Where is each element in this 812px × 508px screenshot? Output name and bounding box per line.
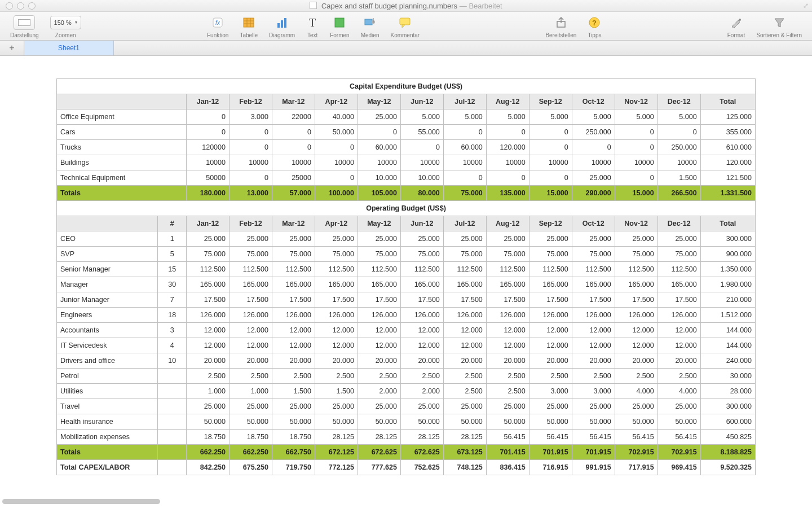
window-title: Capex and staff budget planning.numbers … [0, 2, 812, 10]
svg-rect-14 [373, 18, 374, 23]
svg-rect-12 [365, 19, 372, 25]
table-row: CEO125.00025.00025.00025.00025.00025.000… [57, 231, 756, 247]
toolbar-sortfilter[interactable]: Sortieren & Filtern [756, 14, 802, 38]
comment-icon [399, 16, 411, 29]
filter-icon [773, 16, 785, 29]
svg-point-21 [739, 19, 741, 21]
budget-table[interactable]: Capital Expenditure Budget (US$)Jan-12Fe… [56, 78, 756, 475]
titlebar: Capex and staff budget planning.numbers … [0, 0, 812, 12]
table-row: Office Equipment03.0002200040.00025.0005… [57, 110, 756, 125]
table-row: Utilities1.0001.0001.5001.5002.0002.0002… [57, 384, 756, 399]
table-row: Trucks12000000060.000060.000120.00000025… [57, 140, 756, 155]
svg-rect-11 [335, 18, 344, 27]
document-icon [310, 2, 317, 9]
app-window: Capex and staff budget planning.numbers … [0, 0, 812, 508]
table-row: Accountants312.00012.00012.00012.00012.0… [57, 323, 756, 338]
table-row: Travel25.00025.00025.00025.00025.00025.0… [57, 399, 756, 414]
table-row: Drivers and office1020.00020.00020.00020… [57, 353, 756, 369]
capex-title[interactable]: Capital Expenditure Budget (US$) [57, 79, 756, 94]
table-row: Mobilization expenses18.75018.75018.7502… [57, 430, 756, 445]
svg-marker-22 [775, 19, 784, 27]
table-row: Technical Equipment50000025000010.00010.… [57, 170, 756, 186]
svg-text:T: T [309, 16, 316, 29]
toolbar-shapes[interactable]: Formen [330, 14, 349, 38]
capex-totals-row: Totals180.00013.00057.000100.000105.0008… [57, 186, 756, 201]
toolbar-share[interactable]: Bereitstellen [545, 14, 576, 38]
tab-sheet1[interactable]: Sheet1 [24, 41, 114, 55]
toolbar-media[interactable]: Medien [361, 14, 379, 38]
document-filename: Capex and staff budget planning.numbers [321, 2, 457, 10]
toolbar-comment[interactable]: Kommentar [390, 14, 420, 38]
table-row: Buildings1000010000100001000010000100001… [57, 155, 756, 170]
opex-totals-row: Totals662.250662.250662.750672.125672.62… [57, 445, 756, 460]
table-row: Senior Manager15112.500112.500112.500112… [57, 262, 756, 277]
zoom-select[interactable]: 150 %▾ [50, 16, 81, 29]
table-icon [242, 16, 255, 29]
toolbar-function[interactable]: fx Funktion [207, 14, 228, 38]
toolbar-format[interactable]: Format [727, 14, 745, 38]
document-status: Bearbeitet [469, 2, 502, 10]
media-icon [364, 16, 376, 29]
svg-rect-15 [400, 18, 410, 25]
grand-total-row: Total CAPEX/LABOR842.250675.250719.75077… [57, 460, 756, 475]
toolbar-chart[interactable]: Diagramm [269, 14, 295, 38]
table-row: Cars00050.000055.000000250.00000355.000 [57, 125, 756, 140]
toolbar-view[interactable]: Darstellung [10, 14, 39, 38]
svg-rect-8 [281, 20, 283, 28]
expand-icon[interactable]: ⤢ [803, 2, 809, 10]
svg-text:?: ? [592, 19, 597, 27]
svg-rect-9 [284, 18, 286, 28]
format-icon [730, 16, 743, 29]
svg-marker-16 [402, 25, 405, 28]
share-icon [555, 16, 567, 29]
table-row: Health insurance50.00050.00050.00050.000… [57, 414, 756, 430]
toolbar-tips[interactable]: ? Tipps [588, 14, 601, 38]
table-row: Junior Manager717.50017.50017.50017.5001… [57, 292, 756, 308]
table-row: Engineers18126.000126.000126.000126.0001… [57, 308, 756, 323]
chart-icon [276, 16, 288, 29]
canvas[interactable]: Capital Expenditure Budget (US$)Jan-12Fe… [0, 56, 812, 508]
svg-rect-2 [244, 18, 254, 27]
horizontal-scrollbar[interactable] [2, 499, 810, 507]
view-icon [14, 15, 35, 30]
svg-rect-7 [277, 23, 280, 28]
sheet-tab-bar: + Sheet1 [0, 41, 812, 56]
function-icon: fx [211, 16, 224, 29]
tips-icon: ? [588, 16, 601, 29]
toolbar: Darstellung 150 %▾ Zoomen fx Funktion Ta… [0, 12, 812, 41]
add-sheet-button[interactable]: + [0, 41, 24, 55]
table-row: Petrol2.5002.5002.5002.5002.5002.5002.50… [57, 369, 756, 384]
table-row: Manager30165.000165.000165.000165.000165… [57, 277, 756, 292]
toolbar-text[interactable]: T Text [306, 14, 319, 38]
text-icon: T [306, 16, 319, 29]
opex-title[interactable]: Operating Budget (US$) [57, 201, 756, 216]
shapes-icon [333, 16, 346, 29]
toolbar-zoom[interactable]: 150 %▾ Zoomen [50, 14, 81, 38]
svg-text:fx: fx [215, 20, 220, 26]
toolbar-table[interactable]: Tabelle [240, 14, 258, 38]
table-row: SVP575.00075.00075.00075.00075.00075.000… [57, 247, 756, 262]
table-row: IT Servicedesk412.00012.00012.00012.0001… [57, 338, 756, 353]
